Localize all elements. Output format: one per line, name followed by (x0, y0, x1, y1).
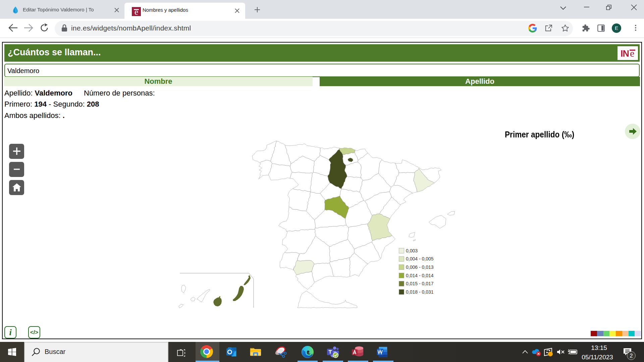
svg-text:0,014 - 0,014: 0,014 - 0,014 (406, 273, 434, 278)
svg-text:e: e (630, 48, 634, 59)
svg-text:0,015 - 0,017: 0,015 - 0,017 (406, 281, 434, 286)
svg-text:0,003: 0,003 (406, 248, 418, 253)
svg-text:IN: IN (621, 49, 629, 59)
svg-text:0,018 - 0,031: 0,018 - 0,031 (406, 289, 434, 295)
svg-text:0,004 - 0,005: 0,004 - 0,005 (406, 256, 434, 261)
svg-text:0,006 - 0,013: 0,006 - 0,013 (406, 264, 434, 270)
